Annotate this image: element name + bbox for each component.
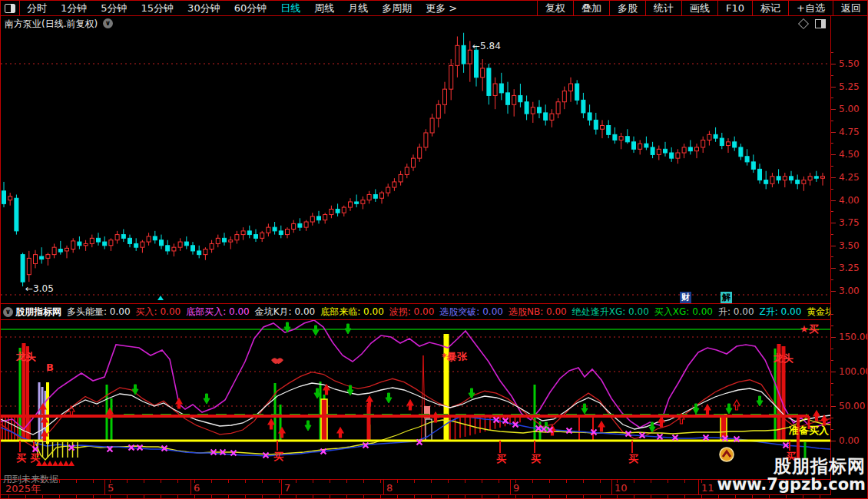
month-label: 5 [108, 482, 114, 494]
axis-label: 100.00 [839, 366, 868, 377]
month-label: 6 [194, 482, 200, 494]
buy-label: 买 [628, 453, 638, 464]
tool-button-叠加[interactable]: 叠加 [573, 1, 609, 15]
tool-button-画线[interactable]: 画线 [681, 1, 717, 15]
period-tab-15分钟[interactable]: 15分钟 [134, 1, 181, 15]
small-red-arrow [58, 461, 64, 466]
candle-body [160, 240, 164, 246]
candle-body [216, 238, 220, 243]
green-spike-bar [111, 398, 113, 441]
watermark-url: www.7gpzb.com [717, 476, 866, 494]
axis-label: 5.25 [839, 81, 860, 92]
candle-body [575, 84, 579, 100]
period-tabs: 分时1分钟5分钟15分钟30分钟60分钟日线周线月线多周期更多 > [20, 1, 464, 15]
candle-body [499, 84, 503, 93]
period-tab-1分钟[interactable]: 1分钟 [54, 1, 94, 15]
event-badge-财[interactable]: 财 [680, 292, 691, 303]
period-tab-多周期[interactable]: 多周期 [375, 1, 419, 15]
down-arrow [757, 396, 763, 406]
candle-body [223, 238, 227, 242]
event-badge-解[interactable]: 解 [721, 292, 732, 303]
indicator-fields: 多头能量: 0.00买入: 0.00底部买入: 0.00金坑K月: 0.00底部… [67, 306, 830, 319]
candle-body [121, 235, 125, 239]
candle-body [613, 134, 617, 140]
candle-body [247, 231, 251, 235]
down-arrow [132, 385, 138, 395]
indicator-panel[interactable]: 买买买买买买买龙头龙头B*暴张★买准备买入 [1, 320, 830, 480]
candle-body [745, 157, 749, 162]
top-toolbar: 分时1分钟5分钟15分钟30分钟60分钟日线周线月线多周期更多 > 复权叠加多股… [1, 1, 868, 16]
tool-button-返回[interactable]: 返回 [833, 1, 868, 15]
x-marker [263, 453, 269, 458]
period-tab-分时[interactable]: 分时 [20, 1, 54, 15]
candle-body [184, 242, 188, 246]
candle-body [475, 50, 479, 78]
layout-button[interactable] [1, 1, 20, 15]
candle-body [178, 242, 182, 247]
candle-body [538, 107, 542, 113]
up-arrow [337, 428, 343, 438]
chevron-down-icon[interactable]: ∨ [3, 307, 13, 317]
month-label: 11 [701, 482, 714, 494]
trading-app-window: 分时1分钟5分钟15分钟30分钟60分钟日线周线月线多周期更多 > 复权叠加多股… [0, 0, 868, 499]
candle-body [71, 241, 75, 250]
candle-body [714, 134, 717, 138]
tool-button-多股[interactable]: 多股 [609, 1, 645, 15]
month-label: 7 [284, 482, 290, 494]
candle-body [512, 95, 516, 104]
candle-body [733, 142, 737, 147]
small-red-arrow [63, 461, 69, 466]
candle-body [229, 240, 233, 242]
candlestick-chart[interactable]: ←5.84 ←3.05 财解 [1, 16, 830, 303]
candle-body [286, 229, 290, 234]
month-label: 10 [615, 482, 628, 494]
candle-body [808, 177, 812, 180]
candle-body [84, 243, 88, 245]
candle-body [443, 89, 447, 104]
candle-body [115, 235, 119, 240]
period-tab-5分钟[interactable]: 5分钟 [94, 1, 134, 15]
candle-body [241, 231, 245, 235]
up-arrow [598, 421, 605, 431]
axis-label: 4.50 [839, 149, 860, 160]
candle-body [260, 233, 264, 238]
candle-body [430, 118, 434, 133]
up-arrow [323, 385, 330, 395]
candle-body [15, 198, 18, 231]
tool-button-统计[interactable]: 统计 [645, 1, 681, 15]
annotation-text: *暴张 [442, 351, 468, 362]
candle-body [607, 126, 611, 135]
tool-button-+自选[interactable]: +自选 [788, 1, 833, 15]
period-tab-日线[interactable]: 日线 [273, 1, 307, 15]
period-tab-更多 >[interactable]: 更多 > [419, 1, 464, 15]
period-tab-60分钟[interactable]: 60分钟 [227, 1, 274, 15]
tool-button-复权[interactable]: 复权 [537, 1, 573, 15]
candle-body [197, 251, 201, 255]
candle-body [386, 187, 390, 193]
period-tab-周线[interactable]: 周线 [307, 1, 341, 15]
tool-button-F10[interactable]: F10 [717, 1, 752, 15]
candle-body [468, 50, 472, 64]
high-price-label: ←5.84 [472, 41, 501, 51]
candle-body [52, 247, 56, 254]
candle-body [65, 248, 69, 251]
period-tab-月线[interactable]: 月线 [341, 1, 375, 15]
candle-body [638, 144, 642, 149]
candle-body [525, 102, 528, 114]
candle-body [456, 45, 459, 65]
axis-label: 4.00 [839, 195, 860, 206]
blue-line [1, 416, 830, 456]
indicator-field: 底部来临: 0.00 [320, 306, 384, 319]
annotation-text: 龙头 [15, 351, 36, 362]
candle-body [292, 223, 296, 229]
period-tab-30分钟[interactable]: 30分钟 [181, 1, 227, 15]
tool-button-标记[interactable]: 标记 [752, 1, 788, 15]
lips-icon [271, 358, 283, 364]
candle-body [279, 231, 283, 235]
candle-body [380, 193, 384, 198]
annotation-text: 准备买入 [788, 425, 830, 436]
candle-body [267, 227, 270, 233]
down-arrow [386, 393, 392, 403]
candle-body [449, 65, 453, 89]
candle-body [821, 177, 825, 178]
